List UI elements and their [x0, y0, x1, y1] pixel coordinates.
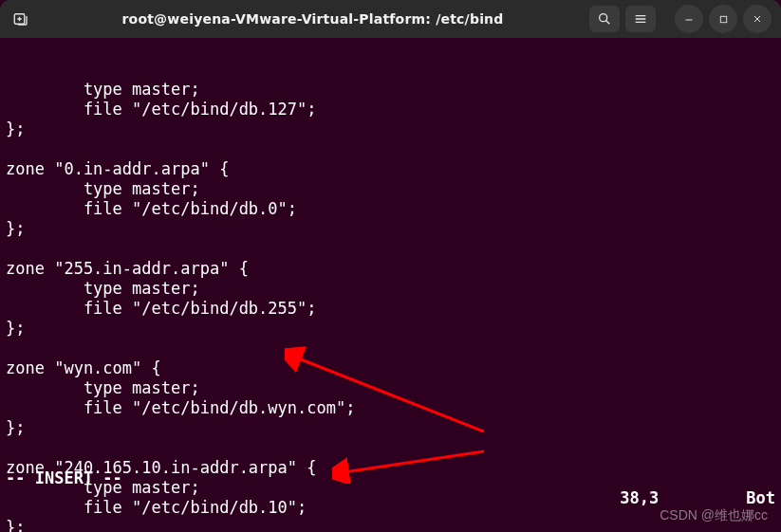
vim-mode: -- INSERT --: [6, 468, 122, 528]
minimize-button[interactable]: [675, 5, 703, 33]
window-titlebar: root@weiyena-VMware-Virtual-Platform: /e…: [0, 0, 781, 38]
window-title: root@weiyena-VMware-Virtual-Platform: /e…: [44, 11, 582, 27]
vim-cursor-pos: 38,3: [620, 488, 659, 507]
vim-statusline: -- INSERT -- 38,3 Bot: [6, 468, 775, 528]
svg-rect-2: [720, 16, 726, 22]
terminal-content: type master; file "/etc/bind/db.127"; };…: [6, 80, 775, 532]
svg-point-1: [600, 14, 607, 22]
close-button[interactable]: [743, 5, 772, 33]
search-button[interactable]: [589, 6, 620, 32]
hamburger-menu-button[interactable]: [625, 6, 656, 32]
terminal-viewport[interactable]: type master; file "/etc/bind/db.127"; };…: [0, 38, 781, 532]
titlebar-right-group: [589, 5, 775, 33]
titlebar-left-group: [6, 6, 36, 32]
maximize-button[interactable]: [709, 5, 737, 33]
new-tab-button[interactable]: [6, 6, 36, 32]
vim-scroll-pos: Bot: [746, 488, 775, 507]
vim-position-group: 38,3 Bot: [562, 468, 775, 528]
